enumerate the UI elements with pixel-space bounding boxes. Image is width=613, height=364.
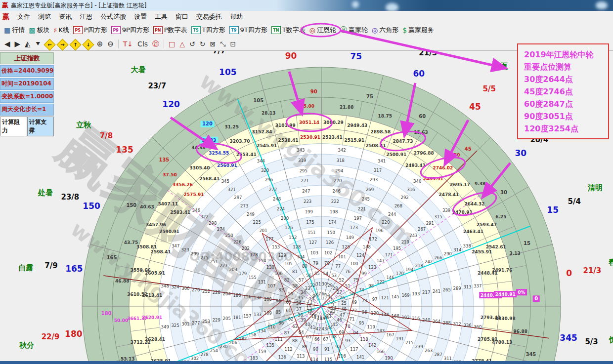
cls-button[interactable]: Cls: [137, 40, 148, 48]
svg-text:228: 228: [213, 290, 220, 295]
svg-text:84: 84: [275, 298, 281, 303]
toolbar-item-T四方形[interactable]: TST四方形: [191, 26, 225, 35]
svg-text:345: 345: [221, 179, 229, 184]
svg-text:249: 249: [247, 212, 255, 217]
svg-text:302: 302: [191, 356, 199, 361]
toolbar-item-板块[interactable]: ▩板块: [29, 26, 49, 35]
svg-text:106: 106: [274, 271, 282, 276]
svg-text:319: 319: [298, 158, 306, 163]
svg-text:110: 110: [267, 324, 275, 329]
board-button[interactable]: ⊡: [230, 40, 236, 48]
t9-icon: T9: [229, 26, 239, 34]
svg-text:126: 126: [326, 240, 334, 245]
toolbar-item-江恩轮[interactable]: ◎江恩轮: [309, 26, 336, 35]
menu-item-4[interactable]: 公式选股: [96, 11, 130, 22]
svg-text:135: 135: [159, 157, 169, 162]
svg-text:271: 271: [301, 178, 308, 183]
toolbar-item-P四方形[interactable]: PSP四方形: [73, 26, 107, 35]
svg-text:121: 121: [381, 295, 389, 300]
toolbar-item-T数字表[interactable]: TNT数字表: [271, 26, 306, 35]
svg-text:3457.96: 3457.96: [146, 222, 166, 227]
svg-text:312: 312: [453, 322, 461, 326]
svg-text:157: 157: [243, 314, 251, 319]
svg-text:80: 80: [302, 264, 307, 269]
fit-button[interactable]: ⤡: [220, 40, 225, 48]
svg-text:2949.43: 2949.43: [347, 123, 367, 128]
svg-text:79: 79: [313, 261, 318, 266]
move-up-button[interactable]: ↑: [71, 40, 80, 48]
toolbar-item-label: 赢家轮: [349, 26, 368, 35]
rotate-fwd-button[interactable]: ⯆: [35, 40, 41, 48]
svg-text:97: 97: [372, 297, 378, 302]
menu-item-7[interactable]: 窗口: [172, 11, 192, 22]
triangle-tool-button[interactable]: △: [179, 40, 185, 48]
zoom-in-button[interactable]: ⊕: [97, 40, 103, 48]
rotate-cw-button[interactable]: ↻: [200, 40, 206, 48]
svg-text:277: 277: [192, 321, 200, 325]
calendar-button[interactable]: ㉑: [152, 40, 159, 48]
svg-text:146: 146: [386, 275, 394, 280]
svg-text:294: 294: [335, 168, 343, 173]
svg-text:2583.41: 2583.41: [170, 210, 190, 215]
svg-text:176: 176: [285, 225, 293, 230]
menu-item-9[interactable]: 帮助: [226, 11, 247, 22]
t-axis-button[interactable]: T↓: [123, 40, 133, 48]
menu-item-6[interactable]: 工具: [151, 11, 172, 22]
svg-text:223: 223: [304, 199, 311, 204]
svg-text:195: 195: [393, 246, 401, 251]
svg-text:33.33: 33.33: [202, 138, 216, 143]
svg-text:90: 90: [285, 51, 297, 61]
svg-text:3508.81: 3508.81: [136, 244, 157, 249]
toolbar-item-赢家服务[interactable]: $赢家服务: [402, 26, 434, 35]
rotate-back-button[interactable]: ◭: [25, 40, 31, 48]
prev-button[interactable]: ◀: [4, 40, 10, 48]
svg-text:2500.91: 2500.91: [386, 152, 406, 157]
svg-text:4: 4: [327, 294, 330, 299]
menu-item-3[interactable]: 江恩: [76, 11, 96, 22]
toolbar-item-9T四方形[interactable]: T99T四方形: [229, 26, 267, 35]
toolbar-item-P数字表[interactable]: PNP数字表: [153, 26, 187, 35]
move-right-button[interactable]: →: [58, 40, 67, 48]
svg-text:107: 107: [267, 283, 275, 288]
svg-text:100: 100: [350, 261, 358, 266]
svg-text:224: 224: [277, 206, 285, 211]
svg-text:203: 203: [229, 267, 237, 272]
toolbar-item-9P四方形[interactable]: P99P四方形: [111, 26, 149, 35]
svg-text:342: 342: [338, 148, 346, 153]
calc-support-button[interactable]: 计算支撑: [27, 117, 54, 136]
menu-item-2[interactable]: 资讯: [55, 11, 76, 22]
svg-text:246: 246: [333, 189, 341, 194]
toolbar-item-K线[interactable]: ♯K线: [53, 26, 69, 35]
move-left-button[interactable]: ←: [45, 40, 54, 48]
toolbar-item-六角形[interactable]: ◎六角形: [372, 26, 398, 35]
svg-text:8: 8: [315, 292, 318, 297]
svg-text:134: 134: [258, 328, 266, 333]
toolbar-item-行情[interactable]: ▦行情: [4, 26, 25, 35]
menu-bar: 赢 文件浏览资讯江恩公式选股设置工具窗口交易委托帮助: [0, 11, 613, 23]
delete-box-button[interactable]: ⊠: [210, 40, 216, 48]
zoom-out-button[interactable]: ⊖: [107, 40, 114, 48]
move-down-button[interactable]: ↓: [84, 40, 92, 48]
svg-text:26: 26: [340, 295, 345, 300]
svg-text:46: 46: [337, 318, 342, 323]
svg-text:254: 254: [210, 348, 218, 353]
square-tool-button[interactable]: □: [169, 40, 175, 48]
svg-text:227: 227: [219, 263, 227, 268]
menu-item-0[interactable]: 文件: [13, 11, 34, 22]
next-button[interactable]: ▶: [15, 40, 21, 48]
annotation-line: 60度2847点: [524, 98, 608, 110]
menu-item-8[interactable]: 交易委托: [192, 11, 226, 22]
toolbar-item-label: K线: [58, 26, 69, 35]
svg-text:149: 149: [346, 235, 354, 240]
menu-item-5[interactable]: 设置: [130, 11, 151, 22]
svg-text:316: 316: [407, 187, 415, 192]
calc-resistance-button[interactable]: 计算阻力: [0, 117, 27, 136]
rotate-ccw-button[interactable]: ↺: [189, 40, 195, 48]
svg-text:343: 343: [297, 148, 305, 153]
svg-text:220: 220: [382, 220, 390, 225]
svg-text:59: 59: [288, 291, 294, 296]
toolbar-item-赢家轮[interactable]: Ⓑ赢家轮: [340, 26, 368, 35]
svg-text:3356.26: 3356.26: [173, 182, 193, 187]
svg-text:61: 61: [286, 308, 291, 313]
menu-item-1[interactable]: 浏览: [34, 11, 55, 22]
